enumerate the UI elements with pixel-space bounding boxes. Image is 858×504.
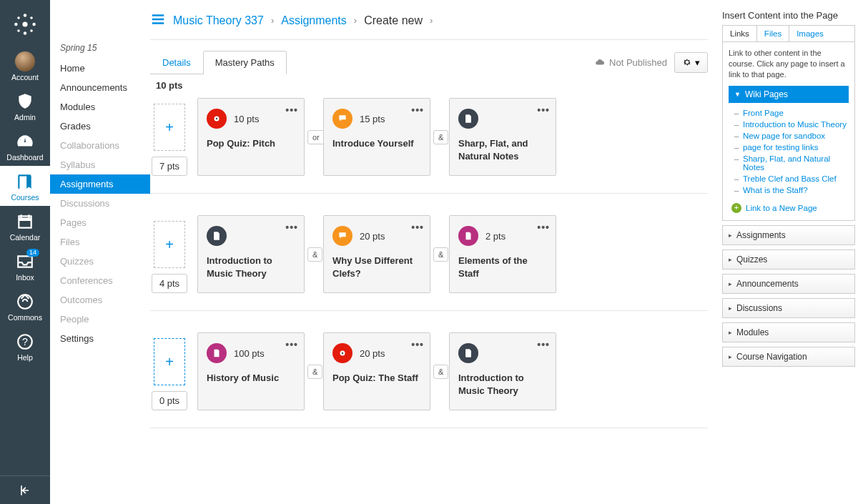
nav-account[interactable]: Account xyxy=(0,46,50,86)
course-nav-item[interactable]: Grades xyxy=(50,117,150,136)
sidebar-tab-images[interactable]: Images xyxy=(789,26,831,41)
wiki-page-link[interactable]: What is the Staff? xyxy=(734,184,849,196)
accordion-label: Course Navigation xyxy=(736,352,807,362)
crumb-section[interactable]: Assignments xyxy=(281,14,347,27)
range-low-pts[interactable]: 0 pts xyxy=(152,391,187,410)
more-icon[interactable]: ••• xyxy=(285,339,298,350)
card-pts: 20 pts xyxy=(360,231,385,242)
card-title: History of Music xyxy=(207,372,295,385)
collapse-nav-button[interactable] xyxy=(0,475,50,504)
path-card[interactable]: •••100 ptsHistory of Music xyxy=(197,332,305,410)
path-card[interactable]: •••Introduction to Music Theory xyxy=(449,332,556,410)
course-nav-item[interactable]: Collaborations xyxy=(50,136,150,155)
svg-point-0 xyxy=(22,21,27,26)
nav-inbox[interactable]: 14 Inbox xyxy=(0,246,50,286)
accordion-course-navigation[interactable]: ▸Course Navigation xyxy=(722,347,855,367)
triangle-right-icon: ▸ xyxy=(729,256,732,263)
more-icon[interactable]: ••• xyxy=(411,222,424,233)
svg-point-4 xyxy=(32,23,36,26)
course-nav-item[interactable]: Home xyxy=(50,59,150,78)
discussion-icon xyxy=(332,109,352,129)
join-pill[interactable]: & xyxy=(307,247,322,262)
hamburger-icon[interactable] xyxy=(150,11,166,29)
inbox-badge: 14 xyxy=(26,249,39,257)
accordion-label: Wiki Pages xyxy=(745,89,788,99)
wiki-page-link[interactable]: Treble Clef and Bass Clef xyxy=(734,173,849,184)
help-icon: ? xyxy=(15,332,35,352)
join-pill[interactable]: or xyxy=(307,130,325,144)
course-nav-item[interactable]: Quizzes xyxy=(50,252,150,271)
tab-mastery-paths[interactable]: Mastery Paths xyxy=(203,51,287,74)
canvas-logo[interactable] xyxy=(11,10,39,39)
join-pill[interactable]: & xyxy=(433,247,448,262)
more-icon[interactable]: ••• xyxy=(537,339,550,350)
join-pill[interactable]: & xyxy=(433,130,448,144)
nav-dashboard[interactable]: Dashboard xyxy=(0,126,50,166)
join-pill[interactable]: & xyxy=(433,365,448,379)
joiner: & xyxy=(430,365,449,379)
course-nav-item[interactable]: Settings xyxy=(50,329,150,348)
path-card[interactable]: •••10 ptsPop Quiz: Pitch xyxy=(197,98,305,176)
calendar-icon xyxy=(15,212,35,232)
course-nav-item[interactable]: Pages xyxy=(50,213,150,232)
course-nav-item[interactable]: Announcements xyxy=(50,78,150,97)
nav-commons[interactable]: Commons xyxy=(0,286,50,326)
card-title: Introduction to Music Theory xyxy=(458,372,547,397)
course-nav-item[interactable]: Files xyxy=(50,232,150,252)
path-card[interactable]: •••20 ptsWhy Use Different Clefs? xyxy=(323,215,430,293)
nav-label: Help xyxy=(17,353,33,362)
add-range-button[interactable]: + xyxy=(154,104,185,151)
path-card[interactable]: •••Sharp, Flat, and Natural Notes xyxy=(449,98,556,176)
accordion-quizzes[interactable]: ▸Quizzes xyxy=(722,249,855,270)
join-pill[interactable]: & xyxy=(307,365,322,379)
course-nav-item[interactable]: Conferences xyxy=(50,271,150,290)
course-nav-item[interactable]: Syllabus xyxy=(50,155,150,174)
add-range-button[interactable]: + xyxy=(154,338,185,385)
mastery-row: +4 pts•••Introduction to Music Theory&••… xyxy=(150,194,708,311)
more-icon[interactable]: ••• xyxy=(411,339,424,350)
accordion-announcements[interactable]: ▸Announcements xyxy=(722,274,855,294)
nav-help[interactable]: ? Help xyxy=(0,326,50,366)
course-nav-item[interactable]: Assignments xyxy=(50,174,150,194)
assignment-icon xyxy=(207,343,227,363)
wiki-page-link[interactable]: New page for sandbox xyxy=(734,130,849,142)
more-icon[interactable]: ••• xyxy=(411,104,424,116)
path-card[interactable]: •••2 ptsElements of the Staff xyxy=(449,215,556,293)
course-nav-item[interactable]: People xyxy=(50,310,150,329)
accordion-modules[interactable]: ▸Modules xyxy=(722,322,855,342)
range-low-pts[interactable]: 7 pts xyxy=(152,157,187,176)
gear-icon xyxy=(682,57,692,67)
tab-details[interactable]: Details xyxy=(150,51,203,74)
svg-point-8 xyxy=(30,29,33,32)
more-icon[interactable]: ••• xyxy=(537,104,550,116)
sidebar-tab-links[interactable]: Links xyxy=(723,26,757,41)
triangle-right-icon: ▸ xyxy=(729,232,732,239)
nav-admin[interactable]: Admin xyxy=(0,86,50,126)
range-low-pts[interactable]: 4 pts xyxy=(152,274,187,293)
wiki-page-link[interactable]: Front Page xyxy=(734,107,849,119)
wiki-page-link[interactable]: Sharp, Flat, and Natural Notes xyxy=(734,153,849,173)
accordion-discussions[interactable]: ▸Discussions xyxy=(722,298,855,318)
more-icon[interactable]: ••• xyxy=(285,222,298,233)
course-nav-item[interactable]: Outcomes xyxy=(50,290,150,310)
nav-calendar[interactable]: Calendar xyxy=(0,206,50,246)
course-nav-item[interactable]: Discussions xyxy=(50,194,150,213)
wiki-page-link[interactable]: Introduction to Music Theory xyxy=(734,119,849,130)
path-card[interactable]: •••Introduction to Music Theory xyxy=(197,215,305,293)
wiki-pages-list: Front PageIntroduction to Music TheoryNe… xyxy=(729,103,849,200)
nav-courses[interactable]: Courses xyxy=(0,166,50,206)
accordion-label: Assignments xyxy=(736,230,786,240)
more-icon[interactable]: ••• xyxy=(285,104,298,116)
add-range-button[interactable]: + xyxy=(154,221,185,268)
more-icon[interactable]: ••• xyxy=(537,222,550,233)
settings-button[interactable]: ▾ xyxy=(674,52,708,73)
course-nav-item[interactable]: Modules xyxy=(50,97,150,117)
accordion-assignments[interactable]: ▸Assignments xyxy=(722,225,855,245)
sidebar-tab-files[interactable]: Files xyxy=(757,26,789,41)
path-card[interactable]: •••20 ptsPop Quiz: The Staff xyxy=(323,332,430,410)
link-new-page[interactable]: +Link to a New Page xyxy=(729,200,849,214)
accordion-wiki-pages[interactable]: ▼Wiki Pages xyxy=(729,86,849,103)
crumb-course[interactable]: Music Theory 337 xyxy=(173,14,264,27)
path-card[interactable]: •••15 ptsIntroduce Yourself xyxy=(323,98,430,176)
wiki-page-link[interactable]: page for testing links xyxy=(734,142,849,153)
